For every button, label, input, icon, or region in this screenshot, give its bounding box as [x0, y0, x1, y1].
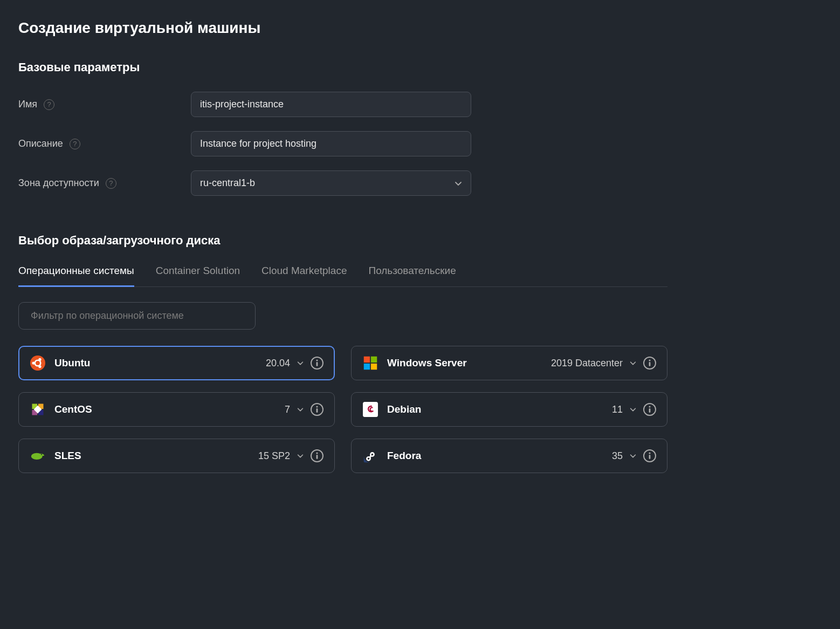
svg-rect-8: [371, 357, 377, 363]
help-icon[interactable]: ?: [70, 139, 80, 149]
svg-point-5: [316, 359, 318, 361]
svg-rect-19: [316, 408, 318, 413]
centos-logo-icon: [30, 401, 46, 418]
svg-point-21: [649, 406, 650, 407]
info-icon[interactable]: [643, 357, 656, 370]
basic-params-heading: Базовые параметры: [18, 60, 667, 74]
os-card-windows-server[interactable]: Windows Server 2019 Datacenter: [351, 346, 667, 380]
chevron-down-icon[interactable]: [297, 406, 304, 413]
description-input[interactable]: [191, 131, 471, 156]
os-name: Windows Server: [387, 357, 542, 369]
windows-logo-icon: [362, 355, 378, 371]
zone-label: Зона доступности: [18, 177, 99, 189]
os-version: 11: [612, 404, 623, 415]
os-version: 35: [612, 450, 623, 462]
svg-point-24: [41, 454, 42, 455]
os-card-sles[interactable]: SLES 15 SP2: [18, 439, 335, 473]
image-section-heading: Выбор образа/загрузочного диска: [18, 234, 667, 248]
svg-point-18: [316, 406, 318, 407]
svg-point-25: [316, 452, 318, 454]
svg-rect-28: [649, 455, 651, 459]
ubuntu-logo-icon: [30, 355, 46, 371]
svg-point-2: [32, 361, 35, 364]
name-label: Имя: [18, 99, 37, 110]
os-card-centos[interactable]: CentOS 7: [18, 392, 335, 427]
svg-rect-6: [316, 362, 318, 366]
os-name: Debian: [387, 404, 603, 415]
svg-point-4: [38, 365, 41, 368]
os-name: CentOS: [54, 404, 276, 415]
os-filter-input[interactable]: [18, 302, 256, 330]
tab-os[interactable]: Операционные системы: [18, 265, 134, 287]
svg-rect-9: [364, 364, 370, 370]
page-title: Создание виртуальной машины: [18, 19, 667, 37]
chevron-down-icon[interactable]: [629, 359, 637, 367]
name-input[interactable]: [191, 92, 471, 117]
os-version: 15 SP2: [258, 450, 290, 462]
chevron-down-icon[interactable]: [629, 452, 637, 460]
name-label-wrap: Имя ?: [18, 99, 191, 110]
os-name: SLES: [54, 450, 250, 462]
info-icon[interactable]: [311, 403, 323, 416]
os-name: Fedora: [387, 450, 603, 462]
tab-marketplace[interactable]: Cloud Marketplace: [261, 265, 347, 287]
help-icon[interactable]: ?: [44, 99, 54, 110]
suse-logo-icon: [30, 448, 46, 464]
os-name: Ubuntu: [54, 357, 257, 369]
info-icon[interactable]: [643, 449, 656, 462]
chevron-down-icon[interactable]: [297, 359, 304, 367]
svg-point-27: [649, 452, 650, 454]
info-icon[interactable]: [311, 449, 323, 462]
help-icon[interactable]: ?: [106, 178, 116, 189]
os-card-fedora[interactable]: Fedora 35: [351, 439, 667, 473]
chevron-down-icon[interactable]: [629, 406, 637, 413]
tab-container[interactable]: Container Solution: [156, 265, 240, 287]
zone-label-wrap: Зона доступности ?: [18, 177, 191, 189]
svg-rect-22: [649, 408, 651, 413]
info-icon[interactable]: [643, 403, 656, 416]
os-grid: Ubuntu 20.04 Windows Server 2019 Datacen…: [18, 346, 667, 473]
desc-label-wrap: Описание ?: [18, 138, 191, 149]
chevron-down-icon[interactable]: [297, 452, 304, 460]
os-version: 7: [285, 404, 290, 415]
os-card-ubuntu[interactable]: Ubuntu 20.04: [18, 346, 335, 380]
desc-label: Описание: [18, 138, 63, 149]
os-version: 20.04: [266, 358, 290, 369]
fedora-logo-icon: [362, 448, 378, 464]
debian-logo-icon: [362, 401, 378, 418]
tab-custom[interactable]: Пользовательские: [368, 265, 456, 287]
svg-point-3: [38, 358, 41, 361]
svg-rect-12: [649, 362, 651, 366]
svg-rect-10: [371, 364, 377, 370]
zone-select[interactable]: ru-central1-b: [191, 170, 471, 196]
info-icon[interactable]: [311, 357, 323, 370]
image-tabs: Операционные системы Container Solution …: [18, 265, 667, 287]
svg-point-11: [649, 359, 650, 361]
os-version: 2019 Datacenter: [551, 358, 623, 369]
svg-rect-7: [364, 357, 370, 363]
os-card-debian[interactable]: Debian 11: [351, 392, 667, 427]
svg-rect-26: [316, 455, 318, 459]
